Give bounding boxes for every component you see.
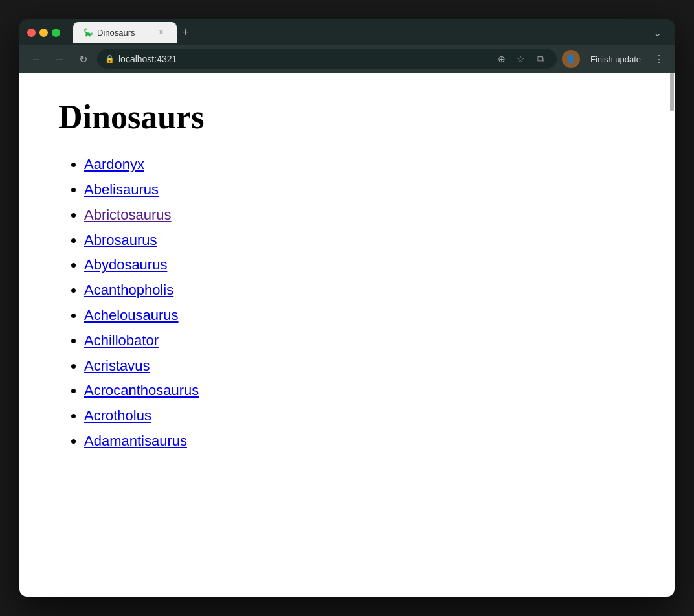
lock-icon: 🔒 — [105, 54, 115, 63]
finish-update-button[interactable]: Finish update — [585, 52, 646, 67]
more-options-button[interactable]: ⋮ — [651, 51, 667, 68]
avatar-button[interactable]: 👤 — [562, 50, 580, 68]
address-bar: ← → ↻ 🔒 localhost:4321 ⊕ ☆ ⧉ 👤 Finish up… — [19, 45, 675, 73]
new-tab-button[interactable]: + — [177, 23, 194, 42]
avatar-label: 👤 — [566, 54, 576, 63]
dinosaur-link[interactable]: Achillobator — [84, 332, 159, 348]
page-inner: Dinosaurs AardonyxAbelisaurusAbrictosaur… — [19, 73, 675, 483]
extensions-button[interactable]: ⧉ — [532, 51, 549, 67]
dinosaur-link[interactable]: Acrotholus — [84, 407, 151, 424]
dinosaur-link[interactable]: Adamantisaurus — [84, 433, 187, 449]
scrollbar-thumb[interactable] — [670, 73, 674, 111]
maximize-button[interactable] — [52, 29, 60, 37]
dinosaur-link[interactable]: Acristavus — [84, 358, 150, 374]
dinosaur-link[interactable]: Aardonyx — [84, 156, 144, 172]
zoom-button[interactable]: ⊕ — [493, 51, 510, 67]
dinosaur-link[interactable]: Abrictosaurus — [84, 207, 172, 223]
dinosaur-list: AardonyxAbelisaurusAbrictosaurusAbrosaur… — [58, 155, 636, 451]
scrollbar-track[interactable] — [669, 73, 675, 597]
back-button[interactable]: ← — [27, 50, 45, 68]
title-bar: 🦕 Dinosaurs × + ⌄ — [19, 19, 675, 45]
list-item: Adamantisaurus — [84, 431, 636, 451]
dinosaur-link[interactable]: Abelisaurus — [84, 181, 159, 198]
bookmark-button[interactable]: ☆ — [513, 51, 530, 67]
reload-button[interactable]: ↻ — [74, 50, 92, 68]
traffic-lights — [27, 29, 60, 37]
list-item: Acanthopholis — [84, 280, 636, 301]
tab-overflow-button[interactable]: ⌄ — [648, 24, 667, 41]
minimize-button[interactable] — [39, 29, 48, 37]
tab-favicon: 🦕 — [84, 28, 93, 37]
browser-window: 🦕 Dinosaurs × + ⌄ ← → ↻ 🔒 localhost:4321… — [19, 19, 675, 597]
forward-button[interactable]: → — [50, 50, 69, 68]
tab-bar: 🦕 Dinosaurs × + — [73, 22, 643, 43]
tab-close-button[interactable]: × — [156, 27, 166, 38]
active-tab[interactable]: 🦕 Dinosaurs × — [73, 22, 177, 43]
list-item: Achillobator — [84, 331, 636, 351]
list-item: Abydosaurus — [84, 255, 636, 275]
list-item: Achelousaurus — [84, 306, 636, 326]
address-text: localhost:4321 — [118, 54, 489, 64]
page-content: Dinosaurs AardonyxAbelisaurusAbrictosaur… — [19, 73, 675, 597]
dinosaur-link[interactable]: Abrosaurus — [84, 232, 157, 248]
dinosaur-link[interactable]: Acrocanthosaurus — [84, 382, 199, 398]
dinosaur-link[interactable]: Acanthopholis — [84, 282, 174, 298]
list-item: Aardonyx — [84, 155, 636, 175]
address-input-container[interactable]: 🔒 localhost:4321 ⊕ ☆ ⧉ — [97, 49, 557, 69]
close-button[interactable] — [27, 29, 36, 37]
list-item: Acrotholus — [84, 406, 636, 426]
address-actions: ⊕ ☆ ⧉ — [493, 51, 549, 67]
page-title: Dinosaurs — [58, 98, 636, 135]
list-item: Abrictosaurus — [84, 205, 636, 225]
list-item: Abrosaurus — [84, 231, 636, 251]
dinosaur-link[interactable]: Abydosaurus — [84, 257, 167, 273]
list-item: Abelisaurus — [84, 180, 636, 200]
list-item: Acristavus — [84, 356, 636, 376]
tab-title: Dinosaurs — [97, 28, 152, 38]
dinosaur-link[interactable]: Achelousaurus — [84, 307, 179, 323]
list-item: Acrocanthosaurus — [84, 381, 636, 401]
